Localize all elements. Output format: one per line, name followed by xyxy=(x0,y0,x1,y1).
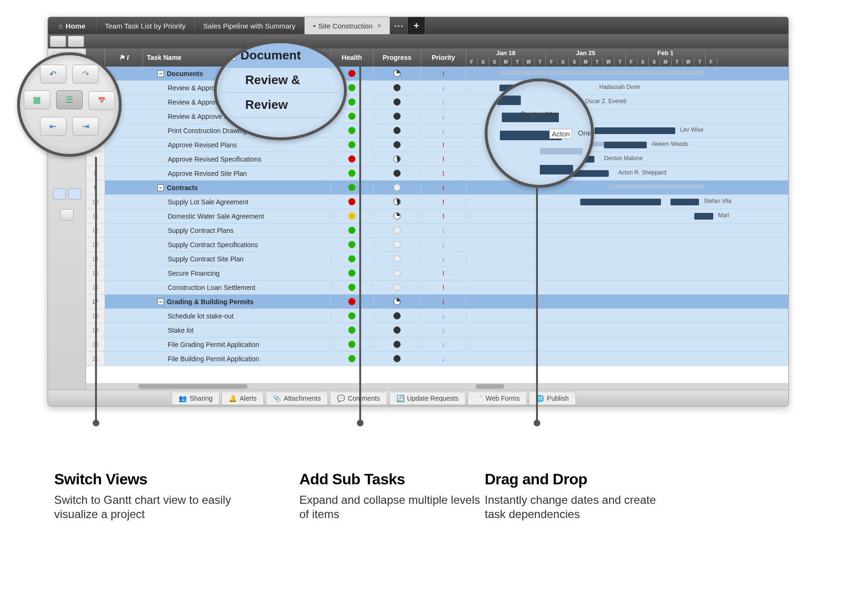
progress-cell[interactable] xyxy=(374,212,421,220)
health-cell[interactable] xyxy=(331,198,374,205)
task-row[interactable]: 6Approve Revised Plans! xyxy=(86,138,788,152)
task-name-cell[interactable]: Secure Financing xyxy=(143,270,331,277)
priority-cell[interactable]: ! xyxy=(421,284,466,291)
task-row[interactable]: 2Review & Approve Plans↓ xyxy=(86,81,788,95)
progress-cell[interactable] xyxy=(374,284,421,291)
date-button[interactable] xyxy=(60,209,74,221)
col-flags[interactable]: ⚑ I xyxy=(105,48,143,67)
group-row[interactable]: 9−Contracts! xyxy=(86,181,788,195)
collapse-icon[interactable]: − xyxy=(157,298,164,305)
task-row[interactable]: 5Print Construction Drawings↓ xyxy=(86,124,788,138)
grid-body[interactable]: 1−Documents!2Review & Approve Plans↓3Rev… xyxy=(86,67,788,390)
priority-cell[interactable]: ! xyxy=(421,184,466,192)
priority-cell[interactable]: ! xyxy=(421,70,466,77)
priority-cell[interactable]: ↓ xyxy=(421,127,466,135)
priority-cell[interactable]: ! xyxy=(421,270,466,277)
progress-cell[interactable] xyxy=(374,241,421,248)
priority-cell[interactable]: ↓ xyxy=(421,255,466,263)
task-row[interactable]: 16Construction Loan Settlement! xyxy=(86,280,788,295)
task-name-cell[interactable]: Supply Contract Specifications xyxy=(143,241,331,249)
task-row[interactable]: 3Review & Approve Specifications↓ xyxy=(86,95,788,109)
progress-cell[interactable] xyxy=(374,98,421,106)
tab-add-button[interactable]: + xyxy=(408,17,425,34)
task-row[interactable]: 11Domestic Water Sale Agreement! xyxy=(86,209,788,223)
health-cell[interactable] xyxy=(331,284,374,291)
tab-home[interactable]: ⌂ Home xyxy=(48,17,96,34)
footer-tab-web-forms[interactable]: 📄Web Forms xyxy=(468,392,527,405)
priority-cell[interactable]: ↓ xyxy=(421,355,466,363)
tab-sales-pipeline[interactable]: Sales Pipeline with Summary xyxy=(195,17,305,34)
task-row[interactable]: 12Supply Contract Plans↓ xyxy=(86,223,788,238)
task-row[interactable]: 20File Grading Permit Application↓ xyxy=(86,337,788,352)
filter-button[interactable] xyxy=(68,188,81,200)
task-name-cell[interactable]: Domestic Water Sale Agreement xyxy=(143,212,331,220)
priority-cell[interactable]: ! xyxy=(421,155,466,163)
progress-cell[interactable] xyxy=(374,341,421,348)
progress-cell[interactable] xyxy=(374,184,421,191)
priority-cell[interactable]: ! xyxy=(421,170,466,177)
close-icon[interactable]: × xyxy=(377,22,381,29)
priority-cell[interactable]: ! xyxy=(421,298,466,306)
priority-cell[interactable]: ↓ xyxy=(421,227,466,234)
health-cell[interactable] xyxy=(331,298,374,305)
tab-more-button[interactable]: ⋯ xyxy=(390,17,408,34)
progress-cell[interactable] xyxy=(374,312,421,319)
progress-cell[interactable] xyxy=(374,255,421,262)
task-row[interactable]: 4Review & Approve Site Plan↓ xyxy=(86,109,788,124)
task-name-cell[interactable]: File Building Permit Application xyxy=(143,355,331,363)
priority-cell[interactable]: ↓ xyxy=(421,341,466,348)
progress-cell[interactable] xyxy=(374,298,421,305)
task-name-cell[interactable]: Approve Revised Site Plan xyxy=(143,170,331,177)
task-name-cell[interactable]: Stake lot xyxy=(143,327,331,334)
col-health[interactable]: Health xyxy=(331,48,374,67)
health-cell[interactable] xyxy=(331,270,374,277)
task-row[interactable]: 21File Building Permit Application↓ xyxy=(86,352,788,366)
priority-cell[interactable]: ! xyxy=(421,212,466,220)
health-cell[interactable] xyxy=(331,184,374,191)
tab-site-construction[interactable]: ▾ Site Construction × xyxy=(305,17,390,34)
health-cell[interactable] xyxy=(331,141,374,148)
health-cell[interactable] xyxy=(331,227,374,234)
col-priority[interactable]: Priority xyxy=(421,48,466,67)
task-row[interactable]: 7Approve Revised Specifications! xyxy=(86,152,788,166)
task-name-cell[interactable]: Schedule lot stake-out xyxy=(143,312,331,320)
task-row[interactable]: 13Supply Contract Specifications↓ xyxy=(86,238,788,252)
task-name-cell[interactable]: −Contracts xyxy=(143,184,331,192)
tab-team-task-list[interactable]: Team Task List by Priority xyxy=(96,17,195,34)
toolbar-button[interactable] xyxy=(68,36,84,47)
task-row[interactable]: 14Supply Contract Site Plan↓ xyxy=(86,252,788,266)
task-row[interactable]: 15Secure Financing! xyxy=(86,266,788,280)
health-cell[interactable] xyxy=(331,170,374,177)
priority-cell[interactable]: ↓ xyxy=(421,241,466,249)
health-cell[interactable] xyxy=(331,341,374,348)
progress-cell[interactable] xyxy=(374,155,421,163)
progress-cell[interactable] xyxy=(374,327,421,334)
footer-tab-attachments[interactable]: 📎Attachments xyxy=(266,392,328,405)
collapse-icon[interactable]: − xyxy=(157,70,164,77)
col-progress[interactable]: Progress xyxy=(374,48,421,67)
priority-cell[interactable]: ! xyxy=(421,141,466,149)
collapse-icon[interactable]: − xyxy=(157,184,164,191)
footer-tab-sharing[interactable]: 👥Sharing xyxy=(172,392,220,405)
group-row[interactable]: 1−Documents! xyxy=(86,67,788,81)
task-row[interactable]: 8Approve Revised Site Plan! xyxy=(86,166,788,181)
task-row[interactable]: 10Supply Lot Sale Agreement! xyxy=(86,195,788,209)
task-name-cell[interactable]: Supply Contract Site Plan xyxy=(143,255,331,263)
health-cell[interactable] xyxy=(331,241,374,248)
progress-cell[interactable] xyxy=(374,170,421,177)
priority-cell[interactable]: ↓ xyxy=(421,327,466,334)
scrollbar-thumb[interactable] xyxy=(138,384,248,389)
health-cell[interactable] xyxy=(331,327,374,334)
task-name-cell[interactable]: Approve Revised Plans xyxy=(143,141,331,149)
toolbar-button[interactable] xyxy=(50,36,66,47)
task-name-cell[interactable]: Supply Contract Plans xyxy=(143,227,331,234)
progress-cell[interactable] xyxy=(374,127,421,134)
health-cell[interactable] xyxy=(331,212,374,220)
health-cell[interactable] xyxy=(331,312,374,319)
task-row[interactable]: 19Stake lot↓ xyxy=(86,323,788,337)
progress-cell[interactable] xyxy=(374,355,421,362)
health-cell[interactable] xyxy=(331,127,374,134)
task-row[interactable]: 18Schedule lot stake-out↓ xyxy=(86,309,788,323)
task-name-cell[interactable]: Construction Loan Settlement xyxy=(143,284,331,291)
progress-cell[interactable] xyxy=(374,141,421,148)
